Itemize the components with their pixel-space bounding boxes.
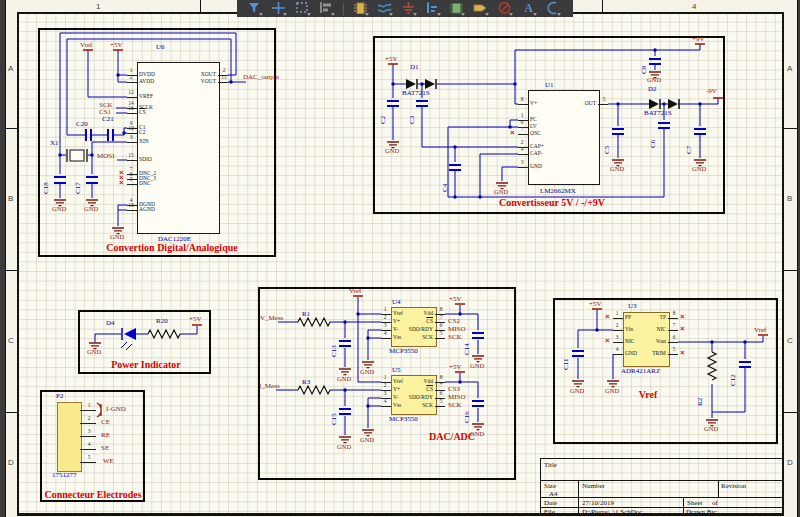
label-c7: C7 bbox=[686, 146, 693, 154]
pin-number: 8 bbox=[435, 307, 447, 313]
label-r20: R20 bbox=[156, 318, 168, 325]
sheet-label: Sheet bbox=[687, 499, 703, 507]
pin-name: OSC bbox=[530, 131, 541, 137]
components-layer: Vref+5VU6DAC_outputSCKCS1MOSIC20C21X1C18… bbox=[0, 0, 800, 517]
pin-stub bbox=[668, 342, 678, 343]
title-label: Title bbox=[544, 461, 557, 469]
pin-number: 11 bbox=[218, 75, 230, 81]
pin-name: SCK bbox=[395, 403, 433, 409]
pin-number: 12 bbox=[125, 90, 137, 96]
block-title-vref: Vref bbox=[639, 390, 658, 400]
size-value: A4 bbox=[549, 490, 558, 498]
label-c3: C3 bbox=[409, 116, 416, 124]
pin-name: TP bbox=[628, 315, 666, 321]
select-region-icon[interactable] bbox=[295, 1, 310, 16]
label-c18: C18 bbox=[43, 182, 50, 194]
revision-label: Revision bbox=[721, 482, 746, 490]
pin-stub bbox=[518, 167, 528, 168]
label-i-gnd: I-GND bbox=[106, 406, 126, 413]
label-c11: C11 bbox=[563, 359, 570, 370]
pin-number: 3 bbox=[379, 323, 391, 329]
dac-output-net: DAC_output bbox=[243, 74, 279, 81]
label-gnd: GND bbox=[337, 376, 351, 383]
pin-stub bbox=[127, 142, 137, 143]
size-label: Size bbox=[544, 482, 556, 490]
label-gnd: GND bbox=[647, 77, 661, 84]
place-net-label-icon[interactable] bbox=[473, 1, 488, 16]
pin-number: 4 bbox=[379, 331, 391, 337]
label-gnd: GND bbox=[110, 234, 124, 241]
label-r1: R1 bbox=[302, 311, 310, 318]
pin-number: 7 bbox=[516, 127, 528, 133]
pin-name: C2 bbox=[139, 130, 145, 136]
pin-name: CS bbox=[395, 319, 433, 325]
pin-number: 5 bbox=[598, 97, 610, 103]
pin-stub bbox=[127, 133, 137, 134]
pin-number: 3 bbox=[516, 160, 528, 166]
place-text-icon[interactable]: A bbox=[521, 1, 536, 16]
pin-number: 1 bbox=[80, 403, 98, 409]
label-u4: U4 bbox=[392, 299, 401, 306]
number-label: Number bbox=[582, 482, 605, 490]
pin-stub bbox=[518, 154, 528, 155]
label-bat721s: BAT721S bbox=[644, 110, 672, 117]
file-label: File bbox=[544, 508, 555, 516]
label-p2: P2 bbox=[56, 393, 63, 400]
pin-stub bbox=[127, 160, 137, 161]
no-erc-marker: × bbox=[510, 129, 515, 137]
place-arc-icon[interactable] bbox=[545, 1, 560, 16]
crosshair-icon[interactable] bbox=[271, 1, 286, 16]
label-mcp3550: MCP3550 bbox=[389, 416, 418, 423]
align-icon[interactable] bbox=[319, 1, 334, 16]
place-wire-icon[interactable] bbox=[377, 1, 392, 16]
label-lm2662mx: LM2662MX bbox=[540, 188, 576, 195]
label-gnd: GND bbox=[692, 166, 706, 173]
label-gnd: GND bbox=[470, 363, 484, 370]
pin-number: 8 bbox=[668, 311, 680, 317]
pin-stub bbox=[80, 462, 96, 463]
place-power-port-icon[interactable] bbox=[401, 1, 416, 16]
pin-number: 4 bbox=[379, 399, 391, 405]
filter-icon[interactable] bbox=[247, 1, 262, 16]
label-c17: C17 bbox=[75, 182, 82, 194]
pin-name: V+ bbox=[530, 101, 537, 107]
label-gnd: GND bbox=[610, 166, 624, 173]
pin-stub bbox=[518, 104, 528, 105]
pin-number: 1 bbox=[125, 68, 137, 74]
label-ce: CE bbox=[101, 419, 110, 426]
component-p2[interactable] bbox=[57, 402, 82, 472]
pin-stub bbox=[613, 342, 623, 343]
pin-name: FC bbox=[530, 117, 537, 123]
pin-stub bbox=[381, 406, 391, 407]
no-erc-marker: × bbox=[680, 313, 685, 321]
vref-port: Vref bbox=[80, 42, 92, 49]
pin-name: SDO/RDY bbox=[395, 327, 433, 333]
pin-number: 2 bbox=[80, 416, 98, 422]
pin-stub bbox=[127, 82, 137, 83]
pin-name: CAP- bbox=[530, 151, 543, 157]
place-probe-icon[interactable] bbox=[425, 1, 440, 16]
pin-number: 2 bbox=[125, 75, 137, 81]
label--9v: +9V bbox=[692, 36, 705, 43]
pin-stub bbox=[80, 449, 96, 450]
pin-name: Vdd bbox=[395, 311, 433, 317]
pin-number: 4 bbox=[611, 347, 623, 353]
place-component-icon[interactable] bbox=[449, 1, 464, 16]
place-part-icon[interactable] bbox=[353, 1, 368, 16]
label-gnd: GND bbox=[385, 148, 399, 155]
place-no-erc-icon[interactable] bbox=[497, 1, 512, 16]
pin-number: 3 bbox=[611, 335, 623, 341]
pin-name: AGND bbox=[139, 207, 155, 213]
pin-number: 7 bbox=[435, 383, 447, 389]
label-adr421arz: ADR421ARZ bbox=[621, 368, 660, 375]
pin-stub bbox=[218, 82, 228, 83]
label-we: WE bbox=[103, 458, 114, 465]
label-d2: D2 bbox=[648, 86, 657, 93]
pin-number: 1 bbox=[379, 307, 391, 313]
pin-stub bbox=[127, 210, 137, 211]
pin-stub bbox=[127, 184, 137, 185]
pin-number: 6 bbox=[668, 335, 680, 341]
pin-name: CS bbox=[395, 387, 433, 393]
p5v-port: +5V bbox=[110, 42, 123, 49]
label-miso: MISO bbox=[448, 394, 466, 401]
